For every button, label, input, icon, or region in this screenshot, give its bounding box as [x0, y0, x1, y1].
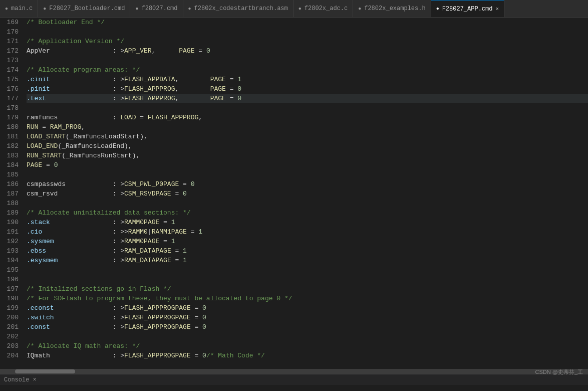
line-number: 196: [4, 275, 19, 284]
file-icon: ●: [43, 6, 46, 12]
line-number: 194: [4, 256, 19, 265]
tab-label: f2802x_examples.h: [364, 5, 425, 12]
line-number: 181: [4, 132, 19, 141]
line-number: 202: [4, 332, 19, 341]
line-number: 186: [4, 179, 19, 189]
code-line: /* Initalized sections go in Flash */: [27, 284, 588, 294]
code-line: [27, 265, 588, 275]
code-line: .cinit : > FLASH_APPDATA, PAGE = 1: [27, 75, 588, 84]
code-line: /* Application Version */: [27, 37, 588, 46]
line-number: 183: [4, 151, 19, 160]
code-line: .const : > FLASH_APPPROG PAGE = 0: [27, 322, 588, 332]
close-icon[interactable]: ×: [495, 6, 499, 12]
tab-label: f2802x_adc.c: [305, 5, 348, 12]
tab-label: F28027_Bootloader.cmd: [49, 5, 125, 12]
line-numbers: 1691701711721731741751761771781791801811…: [0, 18, 23, 369]
line-number: 179: [4, 113, 19, 122]
code-line: [27, 275, 588, 284]
line-number: 191: [4, 227, 19, 237]
code-line: csm_rsvd : > CSM_RSVD PAGE = 0: [27, 189, 588, 199]
code-line: /* Allocate program areas: */: [27, 65, 588, 75]
code-line: LOAD_START(_RamfuncsLoadStart),: [27, 132, 588, 141]
code-line: /* Bootloader End */: [27, 18, 588, 27]
tab-f28027-cmd[interactable]: ●f28027.cmd: [130, 0, 183, 17]
code-area[interactable]: /* Bootloader End */ /* Application Vers…: [23, 18, 588, 369]
tab-f2802x_examples-h[interactable]: ●f2802x_examples.h: [353, 0, 431, 17]
line-number: 190: [4, 218, 19, 227]
tab-main-c[interactable]: ●main.c: [0, 0, 38, 17]
tab-label: main.c: [11, 5, 33, 12]
tab-label: F28027_APP.cmd: [442, 6, 493, 13]
line-number: 197: [4, 284, 19, 294]
code-line: [27, 199, 588, 208]
code-line: PAGE = 0: [27, 160, 588, 170]
line-number: 198: [4, 294, 19, 303]
tab-label: f28027.cmd: [142, 5, 178, 12]
code-line: /* Allocate IQ math areas: */: [27, 341, 588, 351]
tab-F28027_APP-cmd[interactable]: ●F28027_APP.cmd×: [431, 0, 504, 17]
file-icon: ●: [358, 6, 361, 12]
console-label[interactable]: Console ×: [4, 376, 37, 383]
line-number: 185: [4, 170, 19, 179]
code-line: ramfuncs : LOAD = FLASH_APPPROG,: [27, 113, 588, 122]
line-number: 184: [4, 160, 19, 170]
code-line: .ebss : > RAM_DATA PAGE = 1: [27, 246, 588, 256]
code-line: IQmath : > FLASH_APPPROG PAGE = 0 /* Mat…: [27, 351, 588, 360]
code-line: [27, 332, 588, 341]
code-line: [27, 170, 588, 179]
line-number: 192: [4, 237, 19, 246]
tab-f2802x_codestartbranch-asm[interactable]: ●f2802x_codestartbranch.asm: [183, 0, 293, 17]
line-number: 180: [4, 122, 19, 132]
line-number: 171: [4, 37, 19, 46]
code-line: .sysmem : > RAMM0 PAGE = 1: [27, 237, 588, 246]
line-number: 175: [4, 75, 19, 84]
line-number: 189: [4, 208, 19, 218]
code-line: /* Allocate uninitalized data sections: …: [27, 208, 588, 218]
line-number: 173: [4, 56, 19, 65]
code-line: .text : > FLASH_APPPROG, PAGE = 0: [27, 94, 588, 103]
code-line: LOAD_END(_RamfuncsLoadEnd),: [27, 141, 588, 151]
code-line: AppVer : > APP_VER, PAGE = 0: [27, 46, 588, 56]
watermark: CSDN @史蒂芬_工: [535, 368, 583, 376]
code-line: [27, 56, 588, 65]
line-number: 178: [4, 103, 19, 113]
tab-f2802x_adc-c[interactable]: ●f2802x_adc.c: [293, 0, 353, 17]
code-line: [27, 103, 588, 113]
line-number: 174: [4, 65, 19, 75]
line-number: 201: [4, 322, 19, 332]
code-line: [27, 27, 588, 37]
file-icon: ●: [135, 6, 138, 12]
code-line: .stack : > RAMM0 PAGE = 1: [27, 218, 588, 227]
h-scrollbar[interactable]: [0, 369, 588, 374]
bottom-panel: Console ×: [0, 374, 588, 385]
line-number: 170: [4, 27, 19, 37]
line-number: 176: [4, 84, 19, 94]
file-icon: ●: [436, 6, 439, 12]
line-number: 203: [4, 341, 19, 351]
code-line: .esysmem : > RAM_DATA PAGE = 1: [27, 256, 588, 265]
code-line: .pinit : > FLASH_APPPROG, PAGE = 0: [27, 84, 588, 94]
code-line: /* For SDFlash to program these, they mu…: [27, 294, 588, 303]
line-number: 204: [4, 351, 19, 360]
tab-F28027_Bootloader-cmd[interactable]: ●F28027_Bootloader.cmd: [38, 0, 130, 17]
code-line: RUN_START(_RamfuncsRunStart),: [27, 151, 588, 160]
code-line: csmpasswds : > CSM_PWL_P0 PAGE = 0: [27, 179, 588, 189]
line-number: 187: [4, 189, 19, 199]
code-line: .switch : > FLASH_APPPROG PAGE = 0: [27, 313, 588, 322]
line-number: 195: [4, 265, 19, 275]
tab-label: f2802x_codestartbranch.asm: [194, 5, 288, 12]
code-line: RUN = RAM_PROG,: [27, 122, 588, 132]
file-icon: ●: [5, 6, 8, 12]
file-icon: ●: [299, 6, 302, 12]
line-number: 172: [4, 46, 19, 56]
code-line: .econst : > FLASH_APPPROG PAGE = 0: [27, 303, 588, 313]
h-scrollbar-thumb[interactable]: [15, 369, 75, 373]
line-number: 200: [4, 313, 19, 322]
file-icon: ●: [188, 6, 191, 12]
line-number: 193: [4, 246, 19, 256]
tab-bar: ●main.c●F28027_Bootloader.cmd●f28027.cmd…: [0, 0, 588, 18]
line-number: 199: [4, 303, 19, 313]
line-number: 188: [4, 199, 19, 208]
line-number: 177: [4, 94, 19, 103]
line-number: 182: [4, 141, 19, 151]
